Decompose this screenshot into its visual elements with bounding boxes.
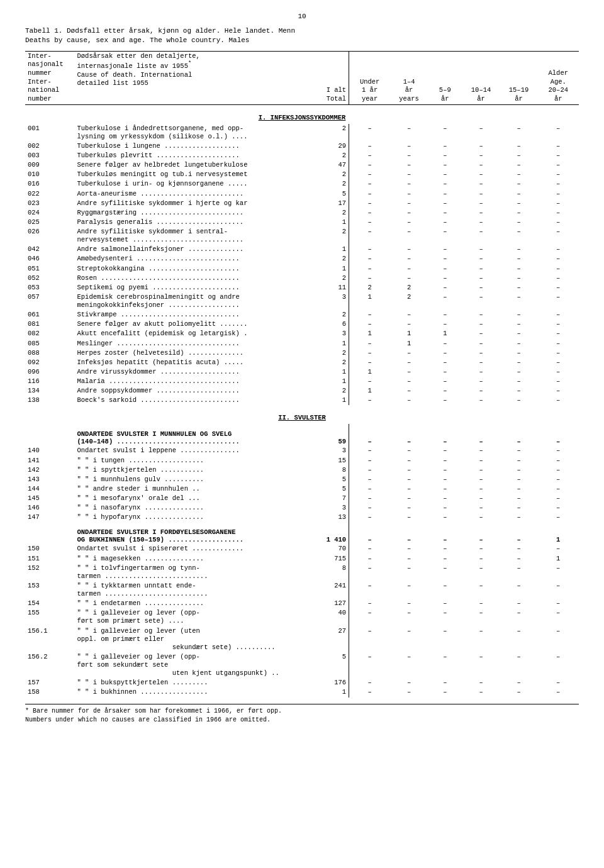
table-row: 157" " i bukspyttkjertelen .........176–… [25, 678, 579, 687]
row-15-19: – [500, 218, 538, 227]
row-1-4: – [390, 377, 428, 386]
row-20-24: – [538, 367, 579, 377]
row-15-19: – [500, 446, 538, 455]
table-row: 096Andre virussykdommer ................… [25, 367, 579, 377]
table-row: 010Tuberkuløs meningitt og tub.i nervesy… [25, 170, 579, 179]
row-description: " " i hypofarynx ............... [75, 513, 308, 522]
row-20-24: – [538, 348, 579, 358]
row-20-24: – [538, 160, 579, 170]
row-1-4: – [390, 358, 428, 367]
row-5-9: – [428, 446, 462, 455]
row-total: 29 [308, 142, 349, 151]
row-description: Meslinger ..............................… [75, 339, 308, 348]
row-total: 1 [308, 377, 349, 386]
row-1-4: – [390, 208, 428, 218]
row-total: 3 [308, 292, 349, 310]
row-total: 2 [308, 254, 349, 264]
row-15-19: – [500, 320, 538, 329]
row-total: 15 [308, 456, 349, 465]
row-description: Andre syfilitiske sykdommer i sentral-ne… [75, 227, 308, 245]
row-15-19: – [500, 348, 538, 358]
row-code: 155 [25, 608, 75, 626]
row-5-9: – [428, 678, 462, 687]
row-under1: – [349, 475, 390, 484]
table-row: 145" " i mesofarynx' orale del ...7–––––… [25, 494, 579, 503]
row-under1: – [349, 544, 390, 554]
row-20-24: – [538, 484, 579, 494]
row-20-24: – [538, 208, 579, 218]
row-code: 082 [25, 329, 75, 338]
row-under1: – [349, 554, 390, 564]
row-20-24: – [538, 544, 579, 554]
row-1-4: – [390, 310, 428, 320]
row-1-4: – [390, 151, 428, 160]
row-code: 145 [25, 494, 75, 503]
row-under1: – [349, 339, 390, 348]
row-5-9: – [428, 456, 462, 465]
row-description: Andre virussykdommer ...................… [75, 367, 308, 377]
row-5-9: – [428, 358, 462, 367]
row-15-19: – [500, 581, 538, 599]
row-total: 1 [308, 687, 349, 697]
row-10-14: – [462, 377, 500, 386]
table-row: 141" " i tungen ...................15–––… [25, 456, 579, 465]
row-code: 096 [25, 367, 75, 377]
row-total: 2 [308, 151, 349, 160]
row-5-9: – [428, 503, 462, 513]
row-20-24: – [538, 581, 579, 599]
row-15-19: – [500, 608, 538, 626]
row-code: 144 [25, 484, 75, 494]
row-15-19: – [500, 626, 538, 652]
row-20-24: – [538, 329, 579, 338]
table-row: 016Tuberkulose i urin- og kjønnsorganene… [25, 179, 579, 189]
row-under1: – [349, 626, 390, 652]
row-under1: – [349, 652, 390, 678]
table-title: Tabell 1. Dødsfall etter årsak, kjønn og… [25, 26, 579, 46]
row-5-9: – [428, 554, 462, 564]
table-row: 057Epidemisk cerebrospinalmeningitt og a… [25, 292, 579, 310]
row-under1: – [349, 124, 390, 142]
row-1-4: – [390, 124, 428, 142]
row-20-24: – [538, 264, 579, 274]
row-10-14: – [462, 386, 500, 396]
row-code: 134 [25, 386, 75, 396]
row-20-24: – [538, 124, 579, 142]
row-under1: – [349, 358, 390, 367]
row-code: 052 [25, 274, 75, 283]
row-20-24: – [538, 292, 579, 310]
row-15-19: – [500, 503, 538, 513]
row-20-24: – [538, 179, 579, 189]
header-20-24: Alder Age. 20–24 år [538, 51, 579, 104]
row-10-14: – [462, 581, 500, 599]
row-5-9: – [428, 264, 462, 274]
row-5-9: – [428, 170, 462, 179]
row-15-19: – [500, 564, 538, 581]
row-10-14: – [462, 124, 500, 142]
row-1-4: – [390, 608, 428, 626]
row-1-4: – [390, 170, 428, 179]
row-15-19: – [500, 554, 538, 564]
row-10-14: – [462, 503, 500, 513]
row-10-14: – [462, 608, 500, 626]
row-total: 5 [308, 189, 349, 199]
row-1-4: 2 [390, 283, 428, 292]
row-description: " " i magesekken ............... [75, 554, 308, 564]
row-code: 009 [25, 160, 75, 170]
row-total: 1 [308, 245, 349, 254]
row-10-14: – [462, 599, 500, 608]
row-under1: – [349, 151, 390, 160]
row-5-9: – [428, 310, 462, 320]
row-total: 2 [308, 124, 349, 142]
row-20-24: – [538, 396, 579, 405]
row-code: 154 [25, 599, 75, 608]
row-total: 127 [308, 599, 349, 608]
row-20-24: – [538, 513, 579, 522]
table-row: 158" " i bukhinnen .................1–––… [25, 687, 579, 697]
row-20-24: – [538, 254, 579, 264]
row-description: Ondartet svulst i leppene ..............… [75, 446, 308, 455]
row-code: 046 [25, 254, 75, 264]
row-10-14: – [462, 367, 500, 377]
section-header-row: I. INFEKSJONSSYKDOMMER [25, 104, 579, 124]
row-under1: 2 [349, 283, 390, 292]
row-15-19: – [500, 124, 538, 142]
